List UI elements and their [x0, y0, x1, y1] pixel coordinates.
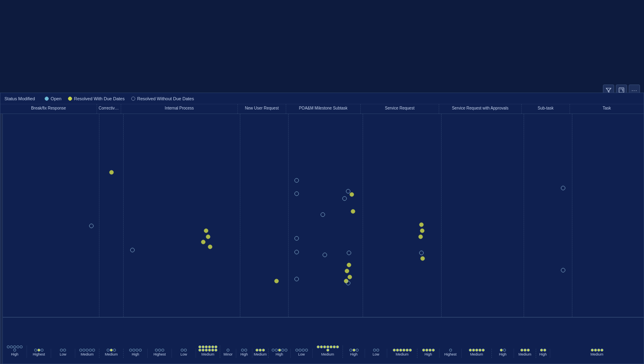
xdot	[333, 345, 336, 348]
xaxis-service-medium: Medium	[387, 349, 417, 358]
xdot	[60, 349, 63, 352]
xaxis-breakfix-low: Low	[51, 349, 75, 358]
xlabel-sra-medium: Medium	[470, 352, 483, 356]
xdot	[422, 349, 425, 352]
col-service: Service Request	[361, 104, 439, 114]
xdot	[34, 349, 37, 352]
dot-service-2	[421, 256, 425, 261]
xdot	[155, 349, 158, 352]
xdot	[281, 349, 284, 352]
xdot	[500, 349, 503, 352]
dot-newuser-4	[295, 250, 299, 254]
xdot	[317, 345, 320, 348]
xdot	[205, 345, 208, 348]
xdot	[278, 349, 281, 352]
xaxis-poam-medium: Medium	[313, 345, 343, 358]
xdot	[479, 349, 481, 352]
divider-8	[572, 114, 572, 317]
dot-newuser-6	[275, 279, 279, 283]
dot-poam-7	[347, 251, 351, 255]
xlabel-breakfix-high: High	[11, 352, 19, 356]
main-chart-wrapper: High Highest Low	[0, 114, 644, 364]
xdot	[353, 349, 355, 352]
xdot	[326, 349, 329, 352]
xlabel-task-medium: Medium	[590, 352, 603, 356]
scatter-area	[3, 114, 644, 317]
divider-3	[240, 114, 240, 317]
xdot	[376, 349, 379, 352]
xlabel-service-medium: Medium	[396, 352, 409, 356]
open-dot-icon	[45, 97, 49, 101]
xdot	[86, 349, 89, 352]
xaxis-breakfix-medium: Medium	[75, 349, 99, 358]
xdot	[399, 349, 402, 352]
xdot	[256, 349, 258, 352]
xdot	[241, 349, 244, 352]
dot-internal-1	[204, 229, 208, 233]
xdot	[601, 349, 603, 352]
resolved-dot-icon	[68, 97, 72, 101]
divider-4	[288, 114, 289, 317]
svg-rect-0	[619, 88, 624, 93]
dot-task-2	[561, 268, 566, 273]
xdot	[161, 349, 164, 352]
xdot	[503, 349, 506, 352]
xdot	[527, 349, 530, 352]
xaxis-internal-medium: Medium	[196, 345, 220, 358]
xlabel-poam-high: High	[276, 352, 283, 356]
dot-corrective-1	[109, 170, 114, 175]
xdot	[520, 349, 523, 352]
xaxis-sra-highest: Highest	[440, 349, 462, 358]
xaxis-subtask-high: High	[492, 349, 514, 358]
xdot	[202, 345, 204, 348]
xdot	[129, 349, 132, 352]
xaxis-service-high: High	[343, 349, 365, 358]
col-corrective: Corrective...	[97, 104, 121, 114]
legend-resolved-label: Resolved With Due Dates	[74, 96, 125, 101]
dot-internal-3	[201, 240, 206, 244]
xdot	[13, 345, 16, 348]
dot-internal-4	[208, 245, 213, 249]
legend-open-label: Open	[51, 96, 62, 101]
xdot	[184, 349, 187, 352]
xlabel-newuser-minor: Minor	[223, 352, 233, 356]
dot-service-1	[419, 251, 424, 255]
xlabel-corrective-medium: Medium	[105, 352, 118, 356]
dot-poam-9	[345, 269, 349, 273]
col-new-user: New User Request	[238, 104, 286, 114]
divider-6	[441, 114, 442, 317]
dot-newuser-3	[295, 236, 299, 241]
xlabel-sra-high: High	[425, 352, 432, 356]
xlabel-task-high: High	[539, 352, 547, 356]
xdot	[295, 349, 298, 352]
xdot	[432, 349, 435, 352]
xdot	[425, 349, 428, 352]
xlabel-internal-high: High	[132, 352, 139, 356]
xdot	[402, 349, 405, 352]
xdot	[275, 349, 278, 352]
chart-content: High Highest Low	[3, 114, 644, 364]
legend-open: Open	[45, 96, 62, 101]
xdot	[13, 349, 16, 352]
xdot	[244, 349, 247, 352]
xdot	[305, 349, 308, 352]
xaxis-sra-medium: Medium	[462, 349, 492, 358]
dot-newuser-1	[295, 178, 299, 183]
xdot	[215, 345, 217, 348]
xdot	[41, 349, 43, 352]
xdot	[227, 349, 229, 352]
dot-internal-5	[130, 248, 135, 252]
xdot	[202, 349, 204, 352]
xdot	[285, 349, 287, 352]
xdot	[79, 349, 82, 352]
xdot	[17, 345, 19, 348]
divider-5	[363, 114, 363, 317]
xdot	[262, 349, 265, 352]
xaxis-internal-highest: Highest	[148, 349, 172, 358]
xdot	[469, 349, 472, 352]
xaxis-newuser-medium: Medium	[252, 349, 268, 358]
xdot	[594, 349, 597, 352]
xdot	[208, 349, 211, 352]
top-area: ···	[0, 0, 644, 93]
legend-resolved-with: Resolved With Due Dates	[68, 96, 125, 101]
